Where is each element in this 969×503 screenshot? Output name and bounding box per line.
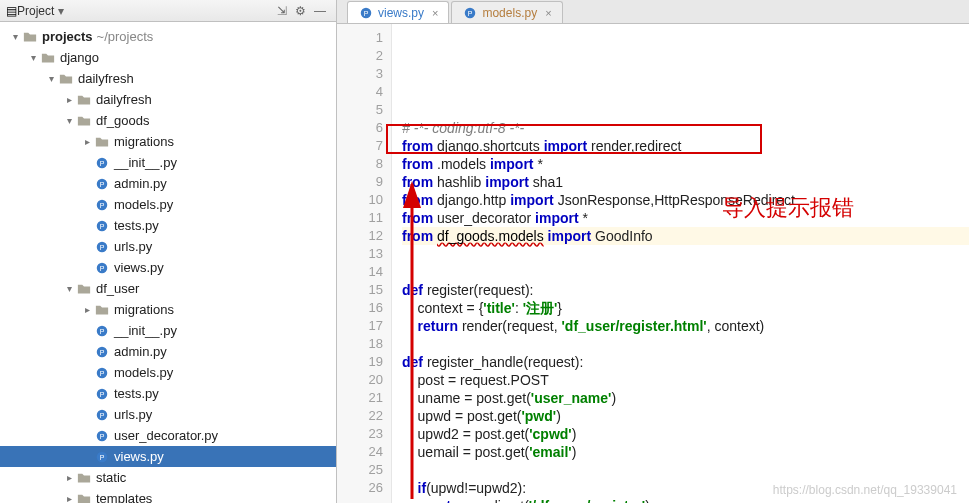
hide-icon[interactable]: — <box>314 4 326 18</box>
tree-django[interactable]: ▾django <box>0 47 336 68</box>
code-line[interactable] <box>402 461 969 479</box>
tree-dfg-models[interactable]: Pmodels.py <box>0 194 336 215</box>
tree-projects[interactable]: ▾projects ~/projects <box>0 26 336 47</box>
code-line[interactable]: uname = post.get('user_name') <box>402 389 969 407</box>
folder-icon <box>94 134 110 150</box>
collapse-icon[interactable]: ⇲ <box>277 4 287 18</box>
tab-models[interactable]: Pmodels.py× <box>451 1 562 23</box>
gear-icon[interactable]: ⚙ <box>295 4 306 18</box>
folder-icon <box>58 71 74 87</box>
tree-templates[interactable]: ▸templates <box>0 488 336 503</box>
tree-dfg-urls[interactable]: Purls.py <box>0 236 336 257</box>
svg-text:P: P <box>100 243 105 250</box>
code-line[interactable]: from hashlib import sha1 <box>402 173 969 191</box>
svg-text:P: P <box>100 432 105 439</box>
code-line[interactable]: uemail = post.get('email') <box>402 443 969 461</box>
chevron-right-icon[interactable]: ▸ <box>80 136 94 147</box>
tree-dailyfresh-inner[interactable]: ▸dailyfresh <box>0 89 336 110</box>
tree-dfu-userdec[interactable]: Puser_decorator.py <box>0 425 336 446</box>
code-line[interactable]: from user_decorator import * <box>402 209 969 227</box>
python-file-icon: P <box>94 449 110 465</box>
tree-item-label: tests.py <box>114 386 159 401</box>
code-line[interactable]: upwd2 = post.get('cpwd') <box>402 425 969 443</box>
line-number: 1 <box>337 29 383 47</box>
tree-dfu-migrations[interactable]: ▸migrations <box>0 299 336 320</box>
close-icon[interactable]: × <box>432 7 438 19</box>
tree-dfu-tests[interactable]: Ptests.py <box>0 383 336 404</box>
tree-dfg-init[interactable]: P__init__.py <box>0 152 336 173</box>
code-editor[interactable]: 1234567891011121314151617181920212223242… <box>337 24 969 503</box>
python-file-icon: P <box>94 407 110 423</box>
line-number: 4 <box>337 83 383 101</box>
code-line[interactable] <box>402 245 969 263</box>
line-number: 15 <box>337 281 383 299</box>
tree-dfu-models[interactable]: Pmodels.py <box>0 362 336 383</box>
code-line[interactable]: # -*- coding:utf-8 -*- <box>402 119 969 137</box>
chevron-down-icon[interactable]: ▾ <box>58 4 64 18</box>
code-line[interactable]: upwd = post.get('pwd') <box>402 407 969 425</box>
tree-dfu-views[interactable]: Pviews.py <box>0 446 336 467</box>
line-number: 10 <box>337 191 383 209</box>
tree-dfg-tests[interactable]: Ptests.py <box>0 215 336 236</box>
tree-dfu-init[interactable]: P__init__.py <box>0 320 336 341</box>
tree-dfu-admin[interactable]: Padmin.py <box>0 341 336 362</box>
tree-dfu-urls[interactable]: Purls.py <box>0 404 336 425</box>
code-line[interactable]: from .models import * <box>402 155 969 173</box>
project-tree[interactable]: ▾projects ~/projects▾django▾dailyfresh▸d… <box>0 22 336 503</box>
python-file-icon: P <box>94 176 110 192</box>
tree-item-label: df_user <box>96 281 139 296</box>
tree-item-label: static <box>96 470 126 485</box>
line-number: 11 <box>337 209 383 227</box>
code-line[interactable]: from df_goods.models import GoodInfo <box>402 227 969 245</box>
tree-item-label: urls.py <box>114 407 152 422</box>
code-line[interactable]: from django.http import JsonResponse,Htt… <box>402 191 969 209</box>
chevron-right-icon[interactable]: ▸ <box>62 94 76 105</box>
folder-icon <box>76 491 92 504</box>
svg-text:P: P <box>100 348 105 355</box>
chevron-right-icon[interactable]: ▸ <box>62 472 76 483</box>
tree-item-label: dailyfresh <box>78 71 134 86</box>
tree-item-path: ~/projects <box>97 29 154 44</box>
tab-views[interactable]: Pviews.py× <box>347 1 449 23</box>
tree-item-label: urls.py <box>114 239 152 254</box>
tree-dailyfresh[interactable]: ▾dailyfresh <box>0 68 336 89</box>
code-content[interactable]: 导入提示报错 # -*- coding:utf-8 -*-from django… <box>392 24 969 503</box>
chevron-right-icon[interactable]: ▸ <box>80 304 94 315</box>
tab-label: models.py <box>482 6 537 20</box>
line-number: 9 <box>337 173 383 191</box>
tree-static[interactable]: ▸static <box>0 467 336 488</box>
project-tool-header[interactable]: ▤ Project ▾ ⇲ ⚙ — <box>0 0 336 22</box>
svg-text:P: P <box>100 159 105 166</box>
line-number: 13 <box>337 245 383 263</box>
tree-dfg-admin[interactable]: Padmin.py <box>0 173 336 194</box>
tree-dfg-views[interactable]: Pviews.py <box>0 257 336 278</box>
tree-dfg-migrations[interactable]: ▸migrations <box>0 131 336 152</box>
tree-item-label: views.py <box>114 260 164 275</box>
python-file-icon: P <box>462 5 478 21</box>
chevron-down-icon[interactable]: ▾ <box>62 283 76 294</box>
code-line[interactable]: context = {'title': '注册'} <box>402 299 969 317</box>
chevron-down-icon[interactable]: ▾ <box>26 52 40 63</box>
chevron-down-icon[interactable]: ▾ <box>62 115 76 126</box>
code-line[interactable]: return redirect('/df_user/register') <box>402 497 969 503</box>
line-number: 24 <box>337 443 383 461</box>
chevron-down-icon[interactable]: ▾ <box>8 31 22 42</box>
code-line[interactable]: return render(request, 'df_user/register… <box>402 317 969 335</box>
code-line[interactable]: from django.shortcuts import render,redi… <box>402 137 969 155</box>
code-line[interactable]: post = request.POST <box>402 371 969 389</box>
svg-text:P: P <box>100 369 105 376</box>
editor-tabs: Pviews.py×Pmodels.py× <box>337 0 969 24</box>
code-line[interactable]: def register_handle(request): <box>402 353 969 371</box>
chevron-right-icon[interactable]: ▸ <box>62 493 76 503</box>
close-icon[interactable]: × <box>545 7 551 19</box>
code-line[interactable] <box>402 335 969 353</box>
folder-icon <box>40 50 56 66</box>
tree-item-label: models.py <box>114 197 173 212</box>
code-line[interactable] <box>402 263 969 281</box>
chevron-down-icon[interactable]: ▾ <box>44 73 58 84</box>
tree-df-goods[interactable]: ▾df_goods <box>0 110 336 131</box>
python-file-icon: P <box>94 386 110 402</box>
svg-text:P: P <box>100 327 105 334</box>
code-line[interactable]: def register(request): <box>402 281 969 299</box>
tree-df-user[interactable]: ▾df_user <box>0 278 336 299</box>
